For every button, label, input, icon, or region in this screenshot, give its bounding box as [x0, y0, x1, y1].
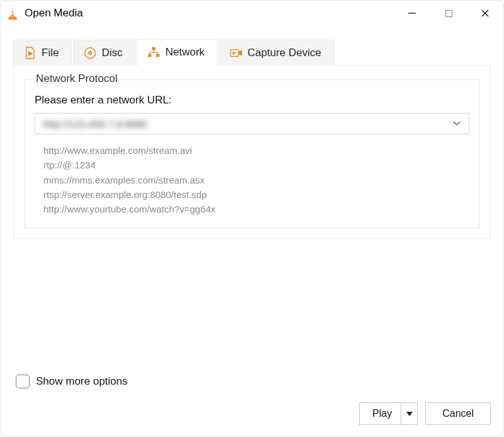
svg-rect-3 [445, 10, 452, 16]
url-input[interactable] [43, 114, 451, 134]
url-combobox[interactable] [35, 113, 469, 134]
tab-network[interactable]: Network [137, 39, 217, 66]
svg-marker-20 [406, 412, 413, 416]
network-panel: Network Protocol Please enter a network … [13, 66, 491, 239]
network-protocol-group: Network Protocol Please enter a network … [24, 79, 480, 228]
svg-rect-11 [148, 54, 151, 57]
svg-rect-1 [11, 13, 14, 14]
window-title: Open Media [25, 7, 83, 20]
play-button[interactable]: Play [359, 402, 418, 425]
disc-icon [84, 47, 96, 59]
example-line: http://www.yourtube.com/watch?v=gg64x [43, 202, 469, 216]
svg-rect-10 [152, 47, 156, 50]
svg-marker-18 [238, 50, 241, 55]
svg-rect-12 [156, 54, 159, 57]
cancel-button-label: Cancel [442, 408, 474, 419]
group-legend: Network Protocol [32, 73, 121, 85]
tab-capture-label: Capture Device [248, 47, 321, 59]
tab-disc-label: Disc [101, 47, 122, 59]
chevron-down-icon[interactable] [451, 121, 462, 126]
titlebar: Open Media [1, 1, 503, 26]
tab-disc[interactable]: Disc [73, 40, 135, 66]
show-more-options-checkbox[interactable] [16, 375, 30, 388]
svg-rect-0 [11, 10, 14, 11]
tab-capture[interactable]: Capture Device [219, 40, 335, 66]
maximize-button[interactable] [430, 1, 467, 26]
url-examples: http://www.example.com/stream.avi rtp://… [35, 143, 469, 216]
example-line: rtsp://server.example.org:8080/test.sdp [43, 187, 469, 202]
svg-marker-6 [28, 51, 33, 56]
open-media-dialog: Open Media File [0, 0, 504, 437]
example-line: rtp://@:1234 [43, 158, 469, 172]
close-button[interactable] [467, 1, 503, 26]
example-line: mms://mms.examples.com/stream.asx [43, 173, 469, 187]
url-prompt: Please enter a network URL: [35, 94, 469, 107]
svg-marker-19 [232, 51, 236, 54]
cancel-button[interactable]: Cancel [425, 402, 491, 425]
tab-network-label: Network [165, 46, 204, 59]
show-more-options-row: Show more options [13, 371, 491, 396]
show-more-options-label: Show more options [36, 375, 128, 388]
tab-bar: File Disc [13, 38, 491, 66]
dialog-content: File Disc [1, 26, 503, 402]
tab-file[interactable]: File [13, 40, 72, 66]
example-line: http://www.example.com/stream.avi [43, 143, 469, 158]
dialog-buttons: Play Cancel [1, 402, 503, 436]
play-button-label: Play [372, 408, 401, 419]
play-button-dropdown[interactable] [401, 403, 417, 424]
vlc-cone-icon [7, 7, 20, 20]
tab-file-label: File [42, 47, 59, 59]
file-icon [24, 47, 37, 59]
network-icon [147, 46, 160, 59]
svg-point-9 [89, 52, 91, 54]
minimize-button[interactable] [394, 1, 430, 26]
capture-device-icon [230, 47, 243, 59]
